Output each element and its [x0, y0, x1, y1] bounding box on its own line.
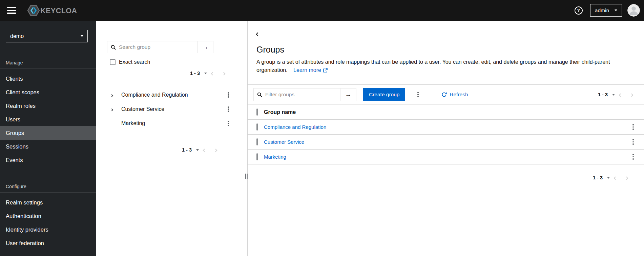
expand-chevron-icon[interactable] — [111, 107, 119, 112]
sidebar-item-realm-roles[interactable]: Realm roles — [0, 99, 96, 113]
row-kebab-menu-icon[interactable] — [630, 123, 637, 131]
pagination-range-toggle[interactable]: 1 - 3 — [182, 147, 199, 153]
sidebar-item-authentication[interactable]: Authentication — [0, 209, 96, 223]
search-icon — [111, 45, 116, 50]
page-description: A group is a set of attributes and role … — [256, 58, 625, 74]
learn-more-link[interactable]: Learn more — [293, 66, 328, 74]
help-icon[interactable]: ? — [575, 6, 583, 15]
chevron-right-icon — [625, 176, 628, 180]
row-kebab-menu-icon[interactable] — [630, 138, 637, 146]
caret-down-icon — [204, 73, 207, 74]
groups-toolbar: → Create group Refresh 1 - 3 — [248, 85, 644, 104]
sidebar-item-user-federation[interactable]: User federation — [0, 236, 96, 250]
refresh-icon — [441, 92, 447, 97]
sidebar-nav: demo Manage Clients Client scopes Realm … — [0, 21, 96, 256]
pagination-next-button[interactable] — [210, 147, 221, 153]
pagination-prev-button[interactable] — [199, 147, 210, 153]
filter-groups-input[interactable] — [265, 92, 337, 98]
search-group-submit-button[interactable]: → — [197, 41, 213, 53]
panel-resize-splitter[interactable] — [245, 21, 248, 256]
sidebar-item-events[interactable]: Events — [0, 153, 96, 167]
kebab-menu-icon[interactable] — [225, 119, 232, 127]
groups-tree-list: Compliance and Regulation Customer Servi… — [96, 88, 245, 131]
sidebar-item-client-scopes[interactable]: Client scopes — [0, 85, 96, 99]
tree-item-label[interactable]: Marketing — [121, 120, 225, 126]
group-link[interactable]: Compliance and Regulation — [264, 124, 326, 130]
table-row: Marketing — [248, 150, 644, 164]
hamburger-menu-icon[interactable] — [7, 7, 16, 14]
sidebar-item-clients[interactable]: Clients — [0, 72, 96, 85]
sidebar-item-groups[interactable]: Groups — [0, 126, 96, 140]
collapse-panel-button[interactable] — [255, 30, 261, 38]
pagination-range: 1 - 3 — [182, 147, 192, 153]
table-header-row: Group name — [248, 105, 644, 120]
chevron-right-icon — [222, 72, 226, 75]
kebab-menu-icon[interactable] — [225, 105, 232, 113]
pagination-range-toggle[interactable]: 1 - 3 — [593, 175, 610, 180]
row-kebab-menu-icon[interactable] — [630, 153, 637, 161]
pagination-range-toggle[interactable]: 1 - 3 — [190, 71, 207, 76]
row-checkbox[interactable] — [256, 138, 258, 145]
pagination-prev-button[interactable] — [207, 71, 218, 76]
sidebar-item-users[interactable]: Users — [0, 113, 96, 126]
nav-section-configure: Configure — [0, 177, 96, 193]
chevron-left-icon — [614, 176, 617, 180]
pagination-next-button[interactable] — [621, 175, 632, 180]
user-menu-dropdown[interactable]: admin — [590, 4, 622, 17]
tree-pagination-top: 1 - 3 — [96, 68, 245, 78]
table-row: Compliance and Regulation — [248, 120, 644, 135]
toolbar-divider — [431, 90, 431, 100]
caret-down-icon — [615, 9, 617, 11]
pagination-range-toggle[interactable]: 1 - 3 — [598, 92, 615, 97]
tree-item-compliance-and-regulation: Compliance and Regulation — [96, 88, 245, 102]
group-link[interactable]: Customer Service — [264, 139, 304, 145]
pagination-next-button[interactable] — [218, 71, 229, 76]
exact-search-label: Exact search — [119, 59, 150, 65]
table-pagination-top: 1 - 3 — [598, 90, 641, 100]
masthead: KEYCLOAK ? admin — [0, 0, 644, 21]
filter-groups-submit-button[interactable]: → — [340, 88, 356, 101]
row-checkbox[interactable] — [256, 123, 258, 131]
tree-item-marketing: Marketing — [96, 116, 245, 131]
caret-down-icon — [607, 177, 610, 179]
exact-search-checkbox[interactable] — [110, 59, 116, 65]
table-row: Customer Service — [248, 135, 644, 150]
kebab-menu-icon[interactable] — [225, 91, 232, 99]
tree-item-label[interactable]: Compliance and Regulation — [121, 92, 225, 98]
nav-section-manage: Manage — [0, 53, 96, 69]
sidebar-item-realm-settings[interactable]: Realm settings — [0, 196, 96, 209]
chevron-right-icon — [630, 93, 633, 97]
tree-item-label[interactable]: Customer Service — [121, 106, 225, 112]
expand-chevron-icon[interactable] — [111, 93, 119, 98]
learn-more-label: Learn more — [293, 66, 321, 74]
sidebar-item-sessions[interactable]: Sessions — [0, 140, 96, 153]
page-title: Groups — [256, 45, 644, 55]
realm-selector[interactable]: demo — [6, 30, 88, 42]
keycloak-logo: KEYCLOAK — [25, 4, 77, 17]
user-menu-label: admin — [595, 7, 609, 14]
refresh-label: Refresh — [450, 92, 468, 98]
pagination-prev-button[interactable] — [615, 92, 626, 97]
keycloak-wordmark: KEYCLOAK — [40, 6, 77, 15]
select-all-checkbox[interactable] — [256, 109, 258, 116]
sidebar-item-identity-providers[interactable]: Identity providers — [0, 223, 96, 236]
pagination-prev-button[interactable] — [610, 175, 621, 180]
groups-tree-panel: → Exact search 1 - 3 Compliance and Regu… — [96, 21, 245, 256]
realm-selector-block: demo — [0, 21, 96, 53]
toolbar-kebab-menu-icon[interactable] — [415, 91, 421, 99]
chevron-left-icon — [211, 72, 214, 75]
user-avatar[interactable] — [627, 4, 640, 17]
caret-down-icon — [612, 94, 615, 96]
tree-pagination-bottom: 1 - 3 — [96, 145, 245, 155]
pagination-range: 1 - 3 — [190, 71, 200, 76]
create-group-button[interactable]: Create group — [363, 88, 405, 101]
row-checkbox[interactable] — [256, 153, 258, 160]
search-group-input[interactable] — [119, 44, 194, 50]
group-link[interactable]: Marketing — [264, 154, 286, 160]
caret-down-icon — [81, 35, 83, 37]
pagination-range: 1 - 3 — [593, 175, 603, 180]
chevron-right-icon — [214, 149, 217, 152]
pagination-next-button[interactable] — [626, 92, 637, 97]
refresh-button[interactable]: Refresh — [441, 92, 468, 98]
caret-down-icon — [196, 149, 199, 151]
